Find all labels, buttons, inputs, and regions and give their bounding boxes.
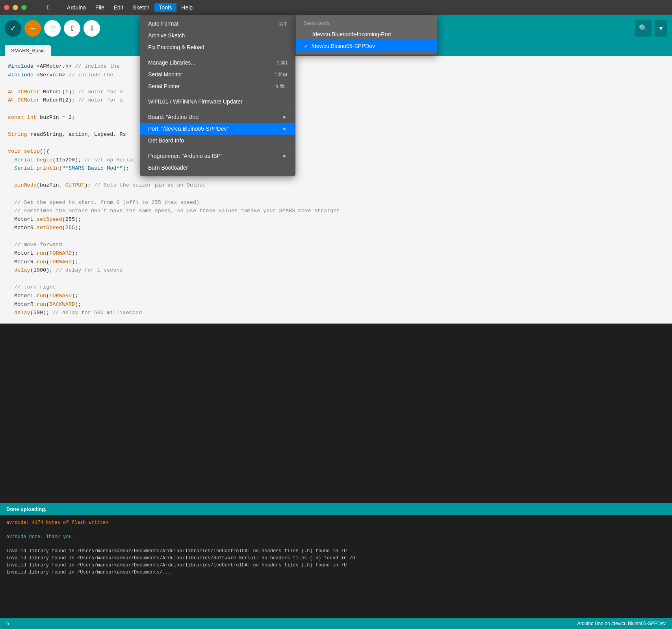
code-line: MotorL.setSpeed(255); [8, 215, 664, 224]
menu-wifi-updater[interactable]: WiFi101 / WiFiNINA Firmware Updater [140, 96, 295, 107]
search-button[interactable]: 🔍 [635, 20, 652, 37]
manage-libraries-shortcut: ⇧⌘I [276, 60, 287, 66]
open-button[interactable]: ⇧ [64, 20, 80, 37]
code-line: AF_DCMotor MotorL(1); // motor for d [8, 88, 664, 96]
port-submenu-arrow: ► [282, 126, 287, 131]
serial-plotter-shortcut: ⇧⌘L [275, 83, 287, 89]
tools-dropdown-menu: Auto Format ⌘T Archive Sketch Fix Encodi… [140, 15, 295, 176]
board-submenu-arrow: ► [282, 114, 287, 120]
code-line: MotorR.run(FORWARD); [8, 258, 664, 266]
menu-port[interactable]: Port: "/dev/cu.Bluino05-SPPDev" ► [140, 123, 295, 135]
port-bluetooth-incoming[interactable]: /dev/cu.Bluetooth-Incoming-Port [296, 28, 437, 40]
code-line: // move forward [8, 240, 664, 249]
menu-burn-bootloader[interactable]: Burn Bootloader [140, 162, 295, 174]
serial-plotter-label: Serial Plotter [148, 83, 180, 89]
get-board-info-label: Get Board Info [148, 137, 184, 144]
serial-monitor-shortcut: ⇧⌘M [273, 72, 287, 78]
port-label: Port: "/dev/cu.Bluino05-SPPDev" [148, 126, 228, 132]
code-line: #include <AFMotor.h> // include the [8, 62, 664, 71]
wifi-updater-label: WiFi101 / WiFiNINA Firmware Updater [148, 98, 243, 105]
console-line: avrdude done. Thank you. [6, 533, 666, 540]
titlebar:  Arduino File Edit Sketch Tools Help [0, 0, 672, 15]
new-button[interactable]: 📄 [44, 20, 61, 37]
code-line: // Set the speed to start, from 0 (off) … [8, 198, 664, 207]
tab-smars-basic[interactable]: SMARS_Basic [5, 45, 51, 56]
code-line: delay(1000); // delay for 1 second [8, 266, 664, 275]
burn-bootloader-label: Burn Bootloader [148, 165, 188, 171]
serial-monitor-label: Serial Monitor [148, 71, 182, 78]
console-line: Invalid library found in /Users/mansurka… [6, 562, 666, 569]
menu-programmer[interactable]: Programmer: "Arduino as ISP" ► [140, 150, 295, 162]
maximize-button[interactable] [21, 5, 27, 10]
code-line: // turn right [8, 283, 664, 292]
console-status: Done uploading. [0, 503, 672, 515]
menu-serial-plotter[interactable]: Serial Plotter ⇧⌘L [140, 80, 295, 92]
menu-serial-monitor[interactable]: Serial Monitor ⇧⌘M [140, 68, 295, 80]
edit-menu[interactable]: Edit [109, 3, 128, 12]
console-area: Done uploading. avrdude: 4174 bytes of f… [0, 503, 672, 629]
console-output: avrdude: 4174 bytes of flash written avr… [0, 515, 672, 580]
board-label: Board: "Arduino Uno" [148, 114, 200, 120]
port-section-label: Serial ports [296, 18, 437, 28]
file-menu[interactable]: File [91, 3, 109, 12]
menu-separator-4 [140, 148, 295, 148]
traffic-lights [4, 5, 27, 10]
code-line: const int buzPin = 2; [8, 113, 664, 122]
code-editor[interactable]: #include <AFMotor.h> // include the #inc… [0, 56, 672, 324]
port-bluino05[interactable]: ✓ /dev/cu.Bluino05-SPPDev [296, 40, 437, 52]
checkmark-icon: ✓ [304, 43, 308, 49]
apple-menu[interactable]:  [43, 2, 54, 13]
console-line: Invalid library found in /Users/mansurka… [6, 548, 666, 555]
programmer-label: Programmer: "Arduino as ISP" [148, 153, 223, 159]
code-line: MotorR.run(BACKWARD); [8, 300, 664, 309]
code-line: #include <Servo.h> // include the [8, 71, 664, 80]
port-bluetooth-label: /dev/cu.Bluetooth-Incoming-Port [312, 31, 391, 37]
code-line: MotorR.setSpeed(255); [8, 224, 664, 232]
auto-format-label: Auto Format [148, 20, 178, 27]
verify-button[interactable]: ✓ [5, 20, 21, 37]
console-line: Invalid library found in /Users/mansurka… [6, 555, 666, 562]
menu-fix-encoding[interactable]: Fix Encoding & Reload [140, 41, 295, 53]
code-line: MotorL.run(FORWARD); [8, 292, 664, 300]
code-line: AF_DCMotor MotorR(2); // motor for d [8, 96, 664, 105]
save-button[interactable]: ⇩ [84, 20, 100, 37]
code-line: String readString, action, Lspeed, Rs [8, 130, 664, 139]
tools-menu[interactable]: Tools [154, 3, 177, 12]
arduino-menu[interactable]: Arduino [62, 3, 91, 12]
code-line: Serial.begin(115200); // set up Serial l… [8, 156, 664, 165]
menu-manage-libraries[interactable]: Manage Libraries... ⇧⌘I [140, 57, 295, 68]
help-menu[interactable]: Help [176, 3, 197, 12]
code-line: MotorL.run(FORWARD); [8, 249, 664, 258]
archive-sketch-label: Archive Sketch [148, 32, 185, 39]
sketch-dropdown[interactable]: ▼ [655, 20, 667, 37]
menu-auto-format[interactable]: Auto Format ⌘T [140, 18, 295, 30]
port-submenu: Serial ports /dev/cu.Bluetooth-Incoming-… [295, 15, 437, 55]
status-bar: 6 Arduino Uno on /dev/cu.Bluino05-SPPDev [0, 618, 672, 629]
console-line: avrdude: 4174 bytes of flash written [6, 519, 666, 526]
menu-separator-1 [140, 55, 295, 55]
status-line-number: 6 [6, 621, 9, 626]
code-line: void setup(){ [8, 147, 664, 156]
minimize-button[interactable] [13, 5, 18, 10]
code-line: pinMode(buzPin, OUTPUT); // Sets the buz… [8, 181, 664, 190]
menu-archive-sketch[interactable]: Archive Sketch [140, 30, 295, 41]
menu-get-board-info[interactable]: Get Board Info [140, 135, 295, 146]
menu-board[interactable]: Board: "Arduino Uno" ► [140, 111, 295, 123]
status-board-port: Arduino Uno on /dev/cu.Bluino05-SPPDev [577, 621, 666, 626]
upload-button[interactable]: → [24, 20, 41, 37]
code-line: // sometimes the motors don't have the s… [8, 207, 664, 215]
sketch-menu[interactable]: Sketch [128, 3, 154, 12]
menu-separator-3 [140, 109, 295, 109]
code-line: Serial.println("*SMARS Basic Mod*"); [8, 164, 664, 173]
manage-libraries-label: Manage Libraries... [148, 59, 195, 66]
menu-separator-2 [140, 94, 295, 94]
auto-format-shortcut: ⌘T [279, 21, 287, 27]
port-bluino05-label: /dev/cu.Bluino05-SPPDev [312, 43, 375, 49]
code-line: delay(500); // delay for 500 millisecond [8, 309, 664, 317]
console-line: Invalid library found in /Users/mansurka… [6, 569, 666, 576]
menu-bar:  Arduino File Edit Sketch Tools Help [43, 2, 197, 13]
programmer-submenu-arrow: ► [282, 153, 287, 159]
close-button[interactable] [4, 5, 9, 10]
fix-encoding-label: Fix Encoding & Reload [148, 44, 204, 50]
